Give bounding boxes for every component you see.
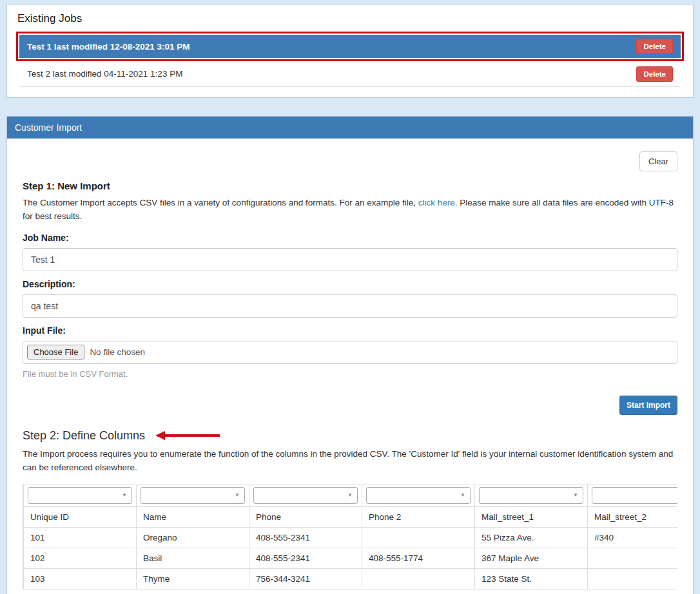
annotation-arrow-head — [155, 431, 165, 440]
column-select-cell: ▼ — [362, 484, 475, 506]
input-file-label: Input File: — [23, 325, 677, 336]
existing-jobs-panel: Existing Jobs Test 1 last modified 12-08… — [6, 4, 694, 98]
table-cell — [588, 548, 678, 568]
column-select-row: ▼ ▼ ▼ ▼ ▼ ▼ — [24, 484, 678, 506]
job-label: Test 1 last modified 12-08-2021 3:01 PM — [27, 42, 190, 52]
annotation-arrow-line — [165, 434, 220, 437]
table-cell: Basil — [137, 548, 249, 568]
table-cell: 123 State St. — [475, 568, 588, 589]
table-header-row: Unique ID Name Phone Phone 2 Mail_street… — [24, 506, 678, 527]
column-header: Phone — [249, 506, 362, 527]
step1-title: Step 1: New Import — [23, 180, 677, 191]
jobs-list: Test 1 last modified 12-08-2021 3:01 PM … — [7, 32, 693, 87]
job-label: Test 2 last modified 04-11-2021 1:23 PM — [27, 69, 182, 79]
table-cell: 102 — [24, 548, 137, 568]
column-select-cell: ▼ — [588, 484, 678, 506]
column-select[interactable]: ▼ — [479, 487, 583, 504]
table-cell: 103 — [24, 568, 137, 589]
column-header: Name — [137, 506, 249, 527]
table-cell — [588, 568, 678, 589]
step2-description: The Import process requires you to enume… — [23, 448, 677, 475]
existing-jobs-title: Existing Jobs — [7, 10, 693, 32]
column-header: Unique ID — [24, 506, 137, 527]
table-cell: 408-555-2341 — [249, 548, 362, 568]
table-row: 103 Thyme 756-344-3241 123 State St. — [24, 568, 678, 589]
start-import-button[interactable]: Start Import — [619, 396, 677, 415]
chevron-down-icon: ▼ — [347, 492, 353, 498]
click-here-link[interactable]: click here — [418, 198, 455, 207]
clear-button[interactable]: Clear — [639, 151, 677, 171]
step2-head-row: Step 2: Define Columns — [23, 429, 677, 443]
column-header: Mail_street_2 — [588, 506, 678, 527]
column-select[interactable]: ▼ — [28, 487, 132, 504]
table-cell — [362, 527, 475, 548]
table-cell: 756-344-3241 — [249, 568, 362, 589]
table-cell: 408-555-2341 — [249, 527, 362, 548]
choose-file-button[interactable]: Choose File — [27, 345, 84, 359]
customer-import-panel: Customer Import Clear Step 1: New Import… — [6, 116, 694, 594]
chevron-down-icon: ▼ — [122, 492, 127, 498]
step1-description-text: The Customer Import accepts CSV files in… — [23, 198, 418, 207]
table-cell: 408-555-1774 — [362, 548, 475, 568]
column-select[interactable]: ▼ — [366, 487, 471, 504]
description-input[interactable] — [23, 294, 677, 318]
column-table: ▼ ▼ ▼ ▼ ▼ ▼ Unique ID Name Phone Phone 2… — [23, 484, 677, 589]
description-label: Description: — [23, 279, 677, 289]
clear-row: Clear — [23, 151, 677, 171]
column-select[interactable]: ▼ — [592, 487, 677, 504]
column-select-cell: ▼ — [24, 484, 137, 506]
file-format-hint: File must be in CSV Format. — [23, 369, 677, 379]
table-cell: Oregano — [137, 527, 249, 548]
customer-import-header: Customer Import — [7, 117, 693, 139]
delete-button[interactable]: Delete — [636, 39, 673, 54]
column-header: Phone 2 — [362, 506, 475, 527]
column-table-container: ▼ ▼ ▼ ▼ ▼ ▼ Unique ID Name Phone Phone 2… — [23, 484, 677, 589]
annotation-arrow — [155, 431, 220, 440]
job-name-input[interactable] — [23, 248, 677, 271]
job-name-label: Job Name: — [23, 233, 677, 243]
chevron-down-icon: ▼ — [573, 492, 578, 498]
column-select-cell: ▼ — [475, 484, 588, 506]
page: Existing Jobs Test 1 last modified 12-08… — [0, 0, 700, 594]
column-select[interactable]: ▼ — [253, 487, 358, 504]
table-cell: 367 Maple Ave — [475, 548, 588, 568]
start-import-row: Start Import — [23, 396, 677, 415]
table-cell: 55 Pizza Ave. — [475, 527, 588, 548]
table-cell: 101 — [24, 527, 137, 548]
column-select-cell: ▼ — [249, 484, 362, 506]
chevron-down-icon: ▼ — [460, 492, 465, 498]
customer-import-body: Clear Step 1: New Import The Customer Im… — [7, 139, 693, 594]
no-file-chosen-text: No file chosen — [90, 347, 145, 357]
chevron-down-icon: ▼ — [235, 492, 240, 498]
table-cell: Thyme — [137, 568, 249, 589]
table-row: 101 Oregano 408-555-2341 55 Pizza Ave. #… — [24, 527, 678, 548]
job-row-test1[interactable]: Test 1 last modified 12-08-2021 3:01 PM … — [19, 35, 681, 58]
column-select-cell: ▼ — [137, 484, 249, 506]
column-select[interactable]: ▼ — [141, 487, 245, 504]
annotation-highlight-box: Test 1 last modified 12-08-2021 3:01 PM … — [16, 32, 684, 61]
step2-title: Step 2: Define Columns — [23, 429, 145, 443]
job-row-test2[interactable]: Test 2 last modified 04-11-2021 1:23 PM … — [19, 61, 681, 87]
input-file-field[interactable]: Choose File No file chosen — [23, 341, 677, 364]
table-cell — [362, 568, 475, 589]
step1-description: The Customer Import accepts CSV files in… — [23, 196, 677, 224]
column-header: Mail_street_1 — [475, 506, 588, 527]
table-cell: #340 — [588, 527, 678, 548]
delete-button[interactable]: Delete — [636, 66, 673, 82]
table-row: 102 Basil 408-555-2341 408-555-1774 367 … — [24, 548, 678, 568]
